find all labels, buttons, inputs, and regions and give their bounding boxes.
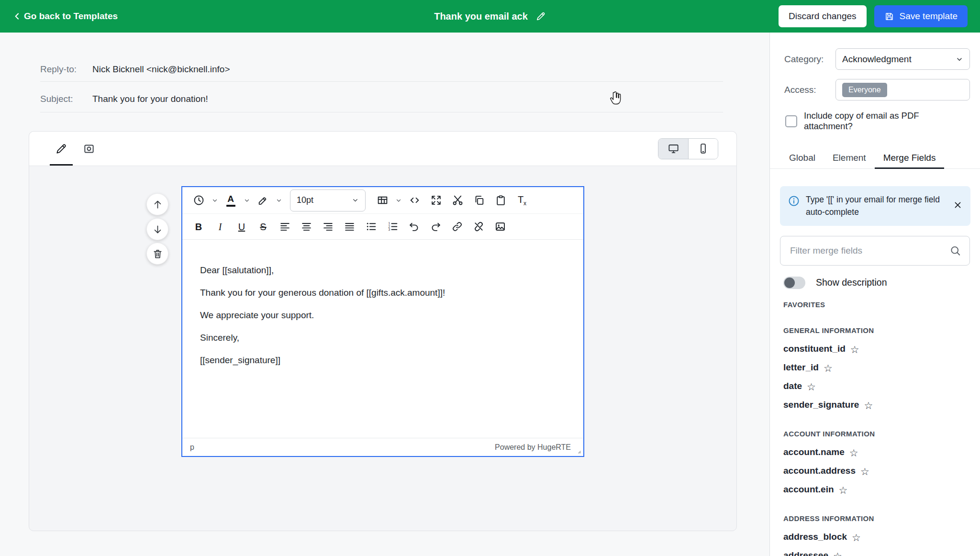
tab-element[interactable]: Element <box>833 147 866 168</box>
category-select[interactable]: Acknowledgment <box>835 48 970 70</box>
star-icon[interactable]: ☆ <box>860 466 869 477</box>
align-center-button[interactable] <box>297 217 316 236</box>
fullscreen-button[interactable] <box>426 191 445 210</box>
mobile-view-button[interactable] <box>688 139 718 159</box>
move-block-up-button[interactable] <box>146 193 168 215</box>
pdf-attachment-checkbox[interactable] <box>785 115 797 127</box>
redo-icon <box>430 221 442 233</box>
close-icon <box>953 200 962 210</box>
resize-grip-icon[interactable] <box>574 446 582 455</box>
preview-mode-button[interactable] <box>75 132 103 166</box>
merge-field-name: letter_id <box>783 362 819 373</box>
table-dropdown[interactable] <box>394 191 402 210</box>
clear-formatting-button[interactable]: Tx <box>512 191 532 210</box>
merge-field-item[interactable]: account.address☆ <box>783 462 970 480</box>
merge-field-item[interactable]: account.name☆ <box>783 443 970 462</box>
rich-text-editor: A 10pt Tx B I U S <box>181 186 584 457</box>
chevron-down-icon <box>956 56 963 63</box>
body-line: Dear [[salutation]], <box>200 265 566 276</box>
move-down-icon <box>152 224 163 235</box>
filter-merge-fields-input[interactable] <box>780 236 970 266</box>
element-path[interactable]: p <box>190 443 194 452</box>
merge-field-item[interactable]: date☆ <box>783 377 970 396</box>
highlight-color-dropdown[interactable] <box>275 191 283 210</box>
move-up-icon <box>152 199 163 210</box>
redo-button[interactable] <box>426 217 445 236</box>
font-size-select[interactable]: 10pt <box>290 189 366 211</box>
justify-button[interactable] <box>340 217 359 236</box>
copy-button[interactable] <box>469 191 489 210</box>
chevron-down-icon <box>244 197 250 204</box>
numbered-list-button[interactable] <box>383 217 402 236</box>
delete-block-button[interactable] <box>146 243 168 265</box>
back-to-templates-link[interactable]: Go back to Templates <box>12 11 118 22</box>
align-left-button[interactable] <box>275 217 294 236</box>
edit-mode-button[interactable] <box>47 132 75 166</box>
scissors-icon <box>452 194 464 206</box>
tab-global[interactable]: Global <box>789 147 815 168</box>
italic-button[interactable]: I <box>211 217 230 236</box>
text-color-button[interactable]: A <box>221 191 240 210</box>
star-icon[interactable]: ☆ <box>833 550 842 556</box>
chevron-down-icon <box>395 197 402 204</box>
strikethrough-button[interactable]: S <box>254 217 273 236</box>
insert-image-button[interactable] <box>490 217 510 236</box>
star-icon[interactable]: ☆ <box>864 400 873 411</box>
merge-field-name: account.address <box>783 466 856 476</box>
category-value: Acknowledgment <box>842 54 912 65</box>
star-icon[interactable]: ☆ <box>849 447 858 458</box>
editor-body[interactable]: Dear [[salutation]], Thank you for your … <box>182 241 583 438</box>
star-icon[interactable]: ☆ <box>852 532 861 543</box>
text-color-dropdown[interactable] <box>243 191 251 210</box>
email-template-editor-screen: Go back to Templates Thank you email ack… <box>0 0 980 556</box>
bullet-list-button[interactable] <box>361 217 380 236</box>
merge-field-item[interactable]: account.ein☆ <box>783 480 970 499</box>
move-block-down-button[interactable] <box>146 218 168 240</box>
show-description-toggle[interactable] <box>783 277 805 289</box>
everyone-chip[interactable]: Everyone <box>842 83 887 97</box>
editor-status-bar: p Powered by HugeRTE <box>182 438 583 456</box>
star-icon[interactable]: ☆ <box>807 381 816 392</box>
history-dropdown[interactable] <box>211 191 219 210</box>
save-template-button[interactable]: Save template <box>874 5 968 27</box>
underline-icon: U <box>238 222 245 232</box>
remove-link-button[interactable] <box>469 217 488 236</box>
underline-button[interactable]: U <box>232 217 251 236</box>
reply-to-label: Reply-to: <box>40 64 92 75</box>
star-icon[interactable]: ☆ <box>839 484 848 495</box>
bold-button[interactable]: B <box>189 217 208 236</box>
unlink-icon <box>473 221 485 233</box>
highlight-color-button[interactable] <box>253 191 272 210</box>
tab-merge-fields[interactable]: Merge Fields <box>883 147 936 168</box>
reply-to-value[interactable]: Nick Bicknell <nick@bicknell.info> <box>92 64 230 75</box>
merge-field-item[interactable]: sender_signature☆ <box>783 396 970 414</box>
align-right-icon <box>322 221 334 233</box>
italic-icon: I <box>219 222 222 232</box>
account-items: account.name☆ account.address☆ account.e… <box>783 443 970 499</box>
history-button[interactable] <box>189 191 208 210</box>
close-banner-button[interactable] <box>953 200 964 211</box>
table-button[interactable] <box>373 191 392 210</box>
paste-button[interactable] <box>491 191 510 210</box>
preview-mode-icon <box>83 143 95 155</box>
align-right-button[interactable] <box>318 217 337 236</box>
chevron-left-icon <box>12 11 22 21</box>
desktop-view-button[interactable] <box>658 139 688 159</box>
source-code-button[interactable] <box>405 191 424 210</box>
merge-field-item[interactable]: addressee☆ <box>783 546 970 556</box>
subject-value[interactable]: Thank you for your donation! <box>92 94 208 104</box>
merge-field-item[interactable]: letter_id☆ <box>783 358 970 377</box>
merge-field-item[interactable]: address_block☆ <box>783 528 970 546</box>
merge-field-name: address_block <box>783 532 847 542</box>
cut-button[interactable] <box>448 191 467 210</box>
save-icon <box>884 11 894 22</box>
undo-button[interactable] <box>404 217 423 236</box>
edit-title-icon[interactable] <box>535 11 546 22</box>
star-icon[interactable]: ☆ <box>824 362 833 373</box>
access-field[interactable]: Everyone <box>835 79 970 100</box>
merge-field-item[interactable]: constituent_id☆ <box>783 340 970 358</box>
discard-changes-button[interactable]: Discard changes <box>779 5 867 27</box>
star-icon[interactable]: ☆ <box>850 344 859 355</box>
insert-link-button[interactable] <box>447 217 467 236</box>
category-row: Category: Acknowledgment <box>784 48 970 70</box>
